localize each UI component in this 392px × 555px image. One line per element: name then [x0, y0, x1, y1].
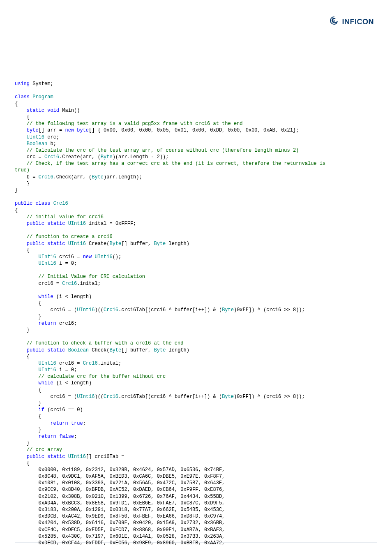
code-token: )0xFF]) ^ (crc16 >> 8));: [234, 307, 305, 313]
code-token: [] buffer,: [121, 241, 154, 247]
code-token: // calculate crc for the buffer without …: [39, 374, 166, 379]
code-token: {: [15, 387, 42, 393]
code-token: }: [15, 400, 42, 406]
code-token: }: [15, 314, 42, 320]
code-token: length): [166, 241, 189, 247]
code-token: Byte: [154, 347, 166, 353]
code-token: Check(: [89, 347, 109, 353]
code-token: false: [59, 434, 74, 439]
code-token: [65, 347, 68, 353]
code-line: [15, 287, 377, 294]
code-token: Boolean: [27, 141, 47, 147]
code-token: [15, 134, 27, 140]
code-line: b = Crc16.Check(arr, (Byte)arr.Length);: [15, 174, 377, 180]
code-token: [65, 221, 68, 227]
code-token: ();: [113, 254, 122, 260]
code-token: [15, 294, 39, 300]
code-token: {: [15, 114, 30, 120]
code-token: public: [27, 221, 44, 227]
code-line: // function to check a buffer with a crc…: [15, 340, 377, 347]
code-token: Program: [32, 94, 53, 100]
code-token: static: [47, 347, 65, 353]
code-token: Crc16: [44, 154, 59, 160]
logo-header: INFICON: [330, 16, 374, 27]
code-line: // function to create a crc16: [15, 234, 377, 240]
code-line: byte[] arr = new byte[] { 0x00, 0x00, 0x…: [15, 127, 377, 134]
code-token: UInt16: [39, 261, 56, 266]
code-line: {: [15, 247, 377, 254]
code-line: UInt16 crc;: [15, 134, 377, 141]
code-line: {: [15, 413, 377, 420]
code-token: // function to check a buffer with a crc…: [27, 340, 184, 346]
code-token: crc16 =: [15, 281, 62, 287]
code-token: 0x2102, 0x308B, 0x0210, 0x1399, 0x6726, …: [15, 494, 225, 500]
code-token: // crc array: [27, 447, 62, 453]
code-line: while (i < length): [15, 294, 377, 300]
code-token: // function to create a crc16: [27, 234, 113, 240]
code-token: [15, 454, 27, 460]
code-token: crc =: [15, 154, 44, 160]
code-token: {: [15, 208, 18, 213]
code-token: }: [15, 327, 30, 333]
code-line: {: [15, 300, 377, 307]
code-line: }: [15, 314, 377, 320]
code-token: UInt16: [77, 394, 95, 400]
code-token: [15, 261, 39, 266]
logo-text: INFICON: [342, 17, 374, 27]
code-token: class: [15, 94, 30, 100]
code-token: {: [15, 101, 18, 107]
code-line: {: [15, 207, 377, 214]
code-token: [15, 274, 39, 280]
code-line: return crc16;: [15, 320, 377, 327]
code-line: 0x0000, 0x1189, 0x2312, 0x329B, 0x4624, …: [15, 467, 377, 473]
code-line: if (crc16 == 0): [15, 407, 377, 413]
code-line: crc16 = (UInt16)((Crc16.crc16Tab[(crc16 …: [15, 307, 377, 313]
code-token: .Check(arr, (: [53, 174, 92, 180]
code-token: 0x3183, 0x200A, 0x1291, 0x0318, 0x77A7, …: [15, 507, 225, 513]
document-page: INFICON using System; class Program{ sta…: [0, 0, 392, 555]
code-token: // initial value for crc16: [27, 214, 104, 220]
code-line: // the following test array is a valid p…: [15, 120, 377, 127]
code-token: {: [15, 460, 30, 466]
code-token: [15, 221, 27, 227]
code-token: true: [71, 421, 83, 426]
code-token: [15, 127, 27, 133]
code-token: )((: [95, 307, 104, 313]
code-token: Crc16: [83, 361, 98, 366]
code-line: }: [15, 440, 377, 446]
code-line: 0xCE4C, 0xDFC5, 0xED5E, 0xFCD7, 0x8868, …: [15, 527, 377, 533]
code-token: [15, 407, 39, 413]
code-token: )arr.Length);: [104, 174, 142, 180]
code-line: }: [15, 187, 377, 194]
code-token: [15, 340, 27, 346]
code-token: [15, 434, 39, 439]
code-token: class: [35, 201, 50, 206]
code-line: public class Crc16: [15, 200, 377, 207]
code-token: {: [15, 414, 42, 419]
code-token: [] arr =: [39, 127, 65, 133]
code-token: i = 0;: [56, 261, 77, 266]
code-token: )(arr.Length - 2));: [113, 154, 169, 160]
code-token: 0xAD4A, 0xBCC3, 0x8E58, 0x9FD1, 0xEB6E, …: [15, 500, 225, 506]
code-token: Byte: [222, 394, 234, 400]
code-line: crc = Crc16.Create(arr, (Byte)(arr.Lengt…: [15, 154, 377, 160]
code-line: }: [15, 427, 377, 433]
code-token: Crc16: [104, 394, 118, 400]
code-token: byte: [27, 127, 39, 133]
code-token: if: [39, 407, 44, 413]
code-token: new: [65, 127, 74, 133]
code-token: void: [47, 108, 59, 113]
code-token: [15, 361, 39, 366]
code-token: length): [166, 347, 189, 353]
code-token: 0xBDCB, 0xAC42, 0x9ED9, 0x8F50, 0xFBEF, …: [15, 513, 225, 519]
code-line: true): [15, 167, 377, 173]
code-token: static: [27, 108, 44, 113]
code-token: UInt16: [27, 134, 44, 140]
code-token: [15, 108, 27, 113]
code-token: {: [15, 247, 30, 253]
code-token: return: [39, 434, 56, 439]
code-line: [15, 267, 377, 273]
code-token: UInt16: [39, 254, 56, 260]
code-token: ;: [74, 434, 77, 439]
code-token: [15, 148, 27, 153]
